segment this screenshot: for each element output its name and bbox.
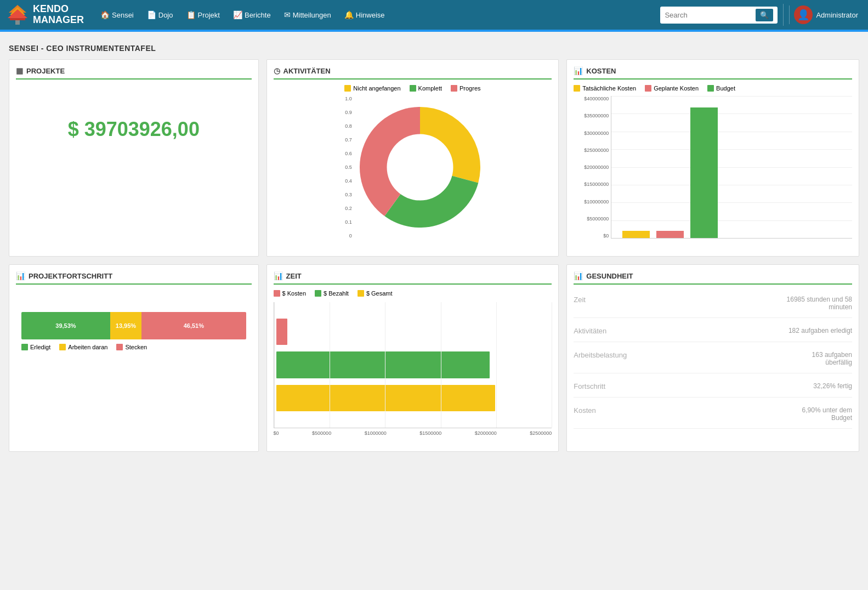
nav-item-hinweise[interactable]: 🔔Hinweise <box>339 7 390 22</box>
search-box: 🔍 <box>660 7 778 24</box>
logo-text-manager: manager <box>33 15 84 26</box>
gesundheit-icon: 📊 <box>574 271 583 280</box>
legend-dot-komplett <box>410 85 416 92</box>
dashboard-row-2: 📊 PROJEKTFORTSCHRITT 39,53% 13,95% 46,51… <box>9 264 859 452</box>
nav-item-projekt[interactable]: 📋Projekt <box>181 7 225 22</box>
legend-label-geplant: Geplante Kosten <box>654 85 699 92</box>
legend-item-nicht: Nicht angefangen <box>344 85 400 92</box>
gesundheit-title: 📊 GESUNDHEIT <box>574 271 852 285</box>
svg-rect-6 <box>15 20 20 25</box>
admin-area: 👤 Administrator <box>789 5 863 24</box>
zeit-bar-kosten <box>276 319 550 345</box>
projektfortschritt-icon: 📊 <box>16 271 25 280</box>
legend-geplant: Geplante Kosten <box>645 85 699 92</box>
x-label-0: $0 <box>274 430 279 436</box>
page-title: SENSEI - CEO INSTRUMENTENTAFEL <box>9 38 859 59</box>
x-label-2-5m: $2500000 <box>530 430 552 436</box>
legend-label-arbeiten: Arbeiten daran <box>68 344 107 350</box>
gesundheit-label: Aktivitäten <box>574 327 606 335</box>
admin-label: Administrator <box>816 11 858 19</box>
donut-svg <box>349 107 491 228</box>
aktivitaeten-legend: Nicht angefangen Komplett Progres <box>344 85 480 92</box>
nav-item-dojo[interactable]: 📄Dojo <box>141 7 179 22</box>
zeit-icon: 📊 <box>274 271 283 280</box>
legend-dot-nicht <box>344 85 351 92</box>
gesundheit-label: Fortschritt <box>574 382 605 390</box>
aktivitaeten-icon: ◷ <box>274 66 280 75</box>
legend-dot-geplant <box>645 85 651 92</box>
bar-geplant <box>656 231 684 238</box>
kosten-card: 📊 KOSTEN Tatsächliche Kosten Geplante Ko… <box>566 59 859 257</box>
zeit-title: 📊 ZEIT <box>274 271 552 285</box>
legend-dot-kosten <box>274 290 280 297</box>
bar-tatsaechlich <box>622 231 650 238</box>
logo[interactable]: KENDO manager <box>5 3 84 27</box>
gesundheit-row: Zeit16985 stunden und 58 minuten <box>574 296 852 318</box>
legend-tatsaechlich: Tatsächliche Kosten <box>574 85 636 92</box>
gesundheit-label: Arbeitsbelastung <box>574 351 627 359</box>
projektfortschritt-chart: 39,53% 13,95% 46,51% Erledigt Arbeiten d… <box>16 290 252 356</box>
aktivitaeten-title: ◷ AKTIVITÄTEN <box>274 66 552 80</box>
svg-marker-4 <box>8 9 27 18</box>
kosten-legend: Tatsächliche Kosten Geplante Kosten Budg… <box>574 85 852 92</box>
kosten-chart: $40000000$35000000$30000000$25000000$200… <box>574 96 852 249</box>
legend-label-kosten: $ Kosten <box>282 290 306 297</box>
legend-label-gesamt: $ Gesamt <box>366 290 393 297</box>
gesundheit-row: Aktivitäten182 aufgaben erledigt <box>574 327 852 342</box>
bar-budget <box>690 107 718 238</box>
page-content: SENSEI - CEO INSTRUMENTENTAFEL ▦ PROJEKT… <box>0 32 868 466</box>
zeit-bar-bezahlt <box>276 351 550 378</box>
projekte-value: $ 39703926,00 <box>16 85 252 174</box>
segment-arbeiten: 13,95% <box>110 312 141 339</box>
zeit-bars <box>274 308 552 422</box>
gesundheit-value: 6,90% unter dem Budget <box>786 406 852 422</box>
gesundheit-value: 163 aufgaben überfällig <box>786 351 852 366</box>
legend-label-budget: Budget <box>716 85 735 92</box>
x-label-1-5m: $1500000 <box>419 430 441 436</box>
legend-dot-stecken <box>116 344 123 350</box>
projekte-card: ▦ PROJEKTE $ 39703926,00 <box>9 59 259 257</box>
progress-bar: 39,53% 13,95% 46,51% <box>21 312 246 339</box>
legend-arbeiten: Arbeiten daran <box>59 344 107 350</box>
nav-item-sensei[interactable]: 🏠Sensei <box>95 7 139 22</box>
nav-item-mitteilungen[interactable]: ✉Mitteilungen <box>279 7 337 22</box>
legend-label-bezahlt: $ Bezahlt <box>324 290 349 297</box>
gesundheit-row: Kosten6,90% unter dem Budget <box>574 406 852 429</box>
projekte-title: ▦ PROJEKTE <box>16 66 252 80</box>
kosten-icon: 📊 <box>574 66 583 75</box>
nav-items: 🏠Sensei📄Dojo📋Projekt📈Berichte✉Mitteilung… <box>95 7 660 22</box>
gesundheit-card: 📊 GESUNDHEIT Zeit16985 stunden und 58 mi… <box>566 264 859 452</box>
zeit-card: 📊 ZEIT $ Kosten $ Bezahlt $ Gesamt <box>266 264 559 452</box>
navbar: KENDO manager 🏠Sensei📄Dojo📋Projekt📈Beric… <box>0 0 868 30</box>
zeit-chart: $0 $500000 $1000000 $1500000 $2000000 $2… <box>274 302 552 445</box>
kosten-title: 📊 KOSTEN <box>574 66 852 80</box>
legend-dot-gesamt <box>358 290 364 297</box>
nav-item-berichte[interactable]: 📈Berichte <box>228 7 276 22</box>
projektfortschritt-title: 📊 PROJEKTFORTSCHRITT <box>16 271 252 285</box>
gesundheit-grid: Zeit16985 stunden und 58 minutenAktivitä… <box>574 290 852 434</box>
gesundheit-row: Arbeitsbelastung163 aufgaben überfällig <box>574 351 852 373</box>
legend-item-komplett: Komplett <box>410 85 442 92</box>
legend-item-progres: Progres <box>451 85 481 92</box>
legend-dot-arbeiten <box>59 344 66 350</box>
legend-label-komplett: Komplett <box>418 85 442 92</box>
logo-text-kendo: KENDO <box>33 4 84 15</box>
legend-gesamt: $ Gesamt <box>358 290 393 297</box>
projekte-icon: ▦ <box>16 66 23 75</box>
svg-point-7 <box>387 134 453 201</box>
zeit-bar-gesamt <box>276 385 550 411</box>
zeit-legend: $ Kosten $ Bezahlt $ Gesamt <box>274 290 552 297</box>
search-input[interactable] <box>665 11 752 19</box>
search-button[interactable]: 🔍 <box>756 9 773 21</box>
bar-bezahlt <box>276 351 490 378</box>
progress-legend: Erledigt Arbeiten daran Stecken <box>21 344 246 350</box>
legend-bezahlt: $ Bezahlt <box>315 290 349 297</box>
legend-label-stecken: Stecken <box>125 344 147 350</box>
legend-dot-bezahlt <box>315 290 321 297</box>
dashboard-row-1: ▦ PROJEKTE $ 39703926,00 ◷ AKTIVITÄTEN N… <box>9 59 859 257</box>
legend-dot-tatsaechlich <box>574 85 580 92</box>
aktivitaeten-card: ◷ AKTIVITÄTEN Nicht angefangen Komplett <box>266 59 559 257</box>
legend-label-progres: Progres <box>459 85 481 92</box>
zeit-x-axis: $0 $500000 $1000000 $1500000 $2000000 $2… <box>274 428 552 436</box>
segment-stecken: 46,51% <box>141 312 246 339</box>
